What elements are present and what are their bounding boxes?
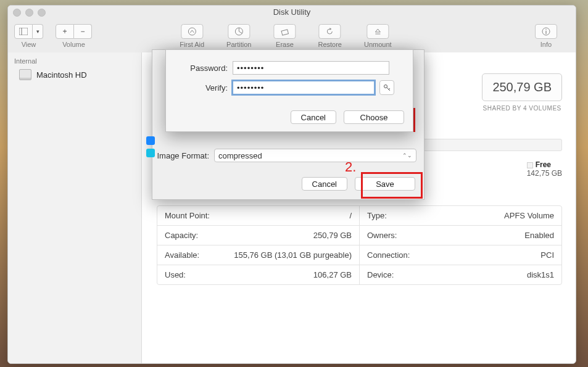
free-legend: Free 142,75 GB <box>527 160 562 178</box>
password-assistant-button[interactable] <box>379 80 394 95</box>
info-label: Info <box>540 41 552 48</box>
cancel-button[interactable]: Cancel <box>291 110 336 124</box>
shared-by-label: SHARED BY 4 VOLUMES <box>482 105 562 112</box>
view-dropdown-button[interactable]: ▾ <box>33 24 43 39</box>
restore-icon <box>326 27 334 36</box>
volume-label: Volume <box>62 41 85 48</box>
view-mode-button[interactable] <box>14 24 33 39</box>
svg-line-12 <box>387 88 390 91</box>
svg-point-2 <box>188 28 196 35</box>
svg-rect-0 <box>19 28 28 35</box>
partition-button[interactable] <box>228 24 250 39</box>
table-row: Mount Point:/ Type:APFS Volume <box>157 206 561 226</box>
verify-label: Verify: <box>166 83 228 93</box>
svg-rect-6 <box>281 29 288 35</box>
zoom-window-button[interactable] <box>38 9 46 17</box>
svg-line-5 <box>239 31 242 33</box>
image-format-label: Image Format: <box>152 151 209 160</box>
detail-key: Owners: <box>367 231 397 240</box>
table-row: Available:155,76 GB (13,01 GB purgeable)… <box>157 245 561 265</box>
window-titlebar: Disk Utility <box>8 6 576 19</box>
detail-value: disk1s1 <box>527 270 554 279</box>
first-aid-icon <box>188 27 196 36</box>
password-dialog-sheet: Password: Verify: Cancel Choose <box>165 49 413 132</box>
detail-value: / <box>349 211 352 220</box>
detail-key: Connection: <box>367 250 410 260</box>
detail-key: Used: <box>165 270 186 279</box>
partition-label: Partition <box>226 41 251 48</box>
table-row: Capacity:250,79 GB Owners:Enabled <box>157 226 561 245</box>
first-aid-button[interactable] <box>181 24 203 39</box>
minimize-window-button[interactable] <box>25 9 33 17</box>
password-label: Password: <box>166 64 228 73</box>
erase-icon <box>280 27 289 36</box>
detail-value: 106,27 GB <box>313 270 352 279</box>
choose-button[interactable]: Choose <box>344 110 404 124</box>
erase-button[interactable] <box>273 24 296 39</box>
partition-icon <box>234 27 243 36</box>
window-title: Disk Utility <box>273 7 311 17</box>
cancel-button[interactable]: Cancel <box>302 177 347 191</box>
verify-input[interactable] <box>233 81 375 94</box>
volume-icon <box>19 69 31 80</box>
detail-key: Available: <box>165 250 199 260</box>
view-label: View <box>22 41 36 48</box>
svg-point-9 <box>545 29 547 30</box>
detail-value: Enabled <box>524 231 554 240</box>
detail-value: 155,76 GB (13,01 GB purgeable) <box>234 250 352 260</box>
detail-key: Mount Point: <box>165 211 210 220</box>
image-format-popup[interactable]: compressed ⌃⌄ <box>214 149 416 162</box>
remove-volume-button[interactable]: − <box>74 24 92 39</box>
info-button[interactable] <box>535 24 557 39</box>
svg-line-13 <box>389 88 390 89</box>
unmount-button[interactable] <box>366 24 389 39</box>
key-icon <box>383 84 391 91</box>
detail-value: 250,79 GB <box>313 231 352 240</box>
table-row: Used:106,27 GB Device:disk1s1 <box>157 265 561 284</box>
first-aid-label: First Aid <box>180 41 204 48</box>
restore-button[interactable] <box>319 24 341 39</box>
svg-point-11 <box>384 85 387 88</box>
free-value: 142,75 GB <box>527 169 562 178</box>
detail-value: PCI <box>540 250 554 260</box>
free-label: Free <box>536 160 551 169</box>
detail-key: Device: <box>367 270 394 279</box>
sidebar-item-label: Macintosh HD <box>36 70 87 80</box>
info-icon <box>542 27 550 36</box>
toolbar: ▾ View + − Volume First Aid <box>8 19 576 53</box>
plus-icon: + <box>62 27 67 36</box>
sidebar: Internal Macintosh HD <box>8 52 142 363</box>
erase-label: Erase <box>276 41 294 48</box>
unmount-label: Unmount <box>364 41 392 48</box>
detail-key: Type: <box>367 211 387 220</box>
detail-value: APFS Volume <box>504 211 554 220</box>
detail-key: Capacity: <box>165 231 198 240</box>
sidebar-icon <box>19 28 28 35</box>
minus-icon: − <box>80 27 85 36</box>
details-table: Mount Point:/ Type:APFS Volume Capacity:… <box>157 205 562 285</box>
close-window-button[interactable] <box>13 9 21 17</box>
free-swatch <box>527 162 533 168</box>
color-tag-blue[interactable] <box>146 136 155 145</box>
capacity-display: 250,79 GB <box>482 73 562 101</box>
restore-label: Restore <box>318 41 342 48</box>
add-volume-button[interactable]: + <box>56 24 74 39</box>
sidebar-item-macintosh-hd[interactable]: Macintosh HD <box>8 67 141 82</box>
save-button[interactable]: Save <box>355 177 415 191</box>
image-format-value: compressed <box>218 151 262 160</box>
sidebar-section-internal: Internal <box>8 56 141 67</box>
chevron-updown-icon: ⌃⌄ <box>402 152 412 159</box>
traffic-lights <box>13 9 46 17</box>
chevron-down-icon: ▾ <box>36 28 39 35</box>
password-input[interactable] <box>233 61 389 75</box>
unmount-icon <box>373 27 382 36</box>
